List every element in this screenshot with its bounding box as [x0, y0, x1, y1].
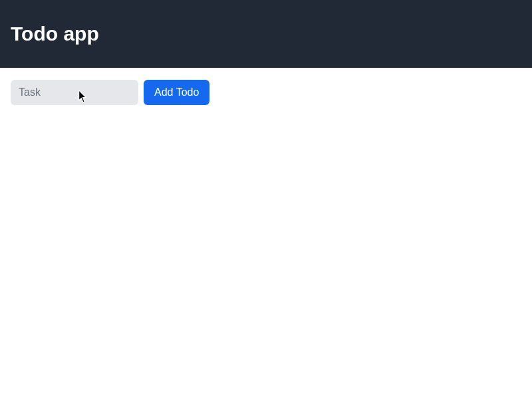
task-input[interactable]: [11, 80, 138, 105]
add-todo-button[interactable]: Add Todo: [144, 80, 209, 105]
todo-form: Add Todo: [0, 68, 532, 117]
app-header: Todo app: [0, 0, 532, 68]
app-title: Todo app: [11, 23, 99, 45]
